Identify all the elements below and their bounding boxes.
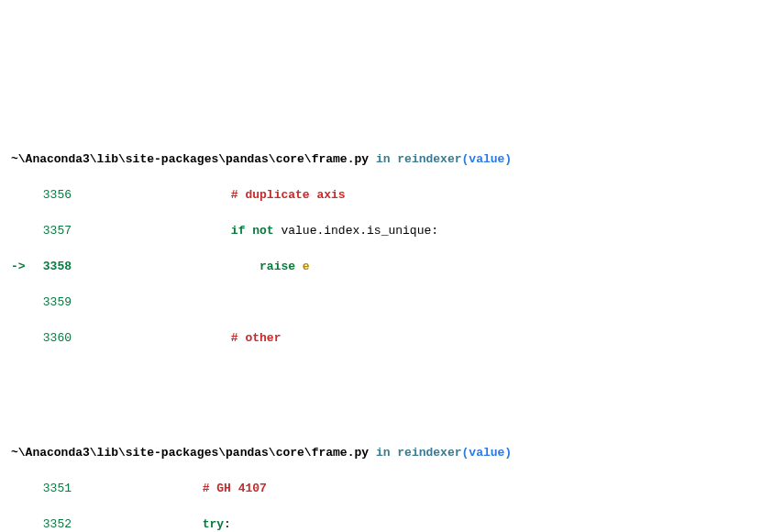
function-name: reindexer — [397, 152, 461, 166]
file-path: ~\Anaconda3\lib\site-packages\pandas\cor… — [11, 446, 369, 460]
code: # other — [81, 329, 762, 348]
code — [81, 294, 762, 312]
source-line: 3359 — [11, 294, 762, 312]
code: # GH 4107 — [81, 480, 762, 498]
file-path: ~\Anaconda3\lib\site-packages\pandas\cor… — [11, 152, 369, 166]
traceback-frame: ~\Anaconda3\lib\site-packages\pandas\cor… — [11, 133, 762, 366]
code: raise e — [81, 258, 762, 276]
line-number: 3356 — [31, 186, 81, 205]
traceback-frame: ~\Anaconda3\lib\site-packages\pandas\cor… — [11, 427, 762, 533]
source-line: 3351 # GH 4107 — [11, 480, 762, 498]
arrow-gutter — [11, 186, 31, 205]
source-line: 3360 # other — [11, 329, 762, 348]
function-args: value — [469, 152, 504, 166]
source-line-current: ->3358 raise e — [11, 258, 762, 276]
line-number: 3359 — [31, 294, 81, 312]
code: # duplicate axis — [81, 186, 762, 205]
line-number: 3352 — [31, 515, 81, 532]
line-number: 3358 — [31, 258, 81, 276]
line-number: 3360 — [31, 329, 81, 348]
source-line: 3356 # duplicate axis — [11, 186, 762, 205]
line-number: 3351 — [31, 480, 81, 498]
code: try: — [81, 515, 762, 532]
source-line: 3352 try: — [11, 515, 762, 532]
frame-header: ~\Anaconda3\lib\site-packages\pandas\cor… — [11, 150, 762, 169]
traceback-container: ~\Anaconda3\lib\site-packages\pandas\cor… — [11, 79, 762, 532]
source-line: 3357 if not value.index.is_unique: — [11, 222, 762, 240]
function-args: value — [469, 446, 504, 460]
function-name: reindexer — [397, 446, 461, 460]
line-number: 3357 — [31, 222, 81, 240]
code: if not value.index.is_unique: — [81, 222, 762, 240]
frame-header: ~\Anaconda3\lib\site-packages\pandas\cor… — [11, 444, 762, 462]
